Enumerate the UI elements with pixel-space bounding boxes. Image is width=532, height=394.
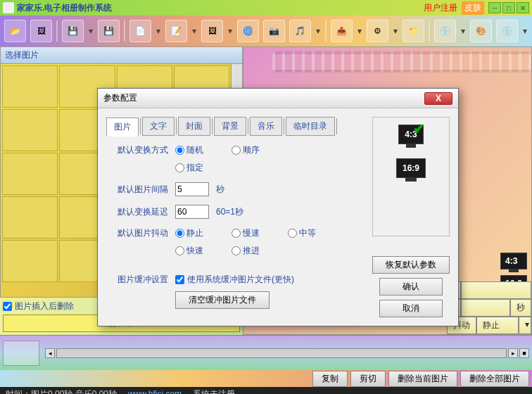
filmstrip [272,51,531,72]
date-value[interactable] [461,281,531,299]
tab-image[interactable]: 图片 [106,117,139,136]
interval-label: 默认图片间隔 [106,184,168,196]
dropdown-arrow-icon[interactable]: ▾ [156,26,161,36]
maximize-button[interactable]: □ [502,2,515,13]
tool-export-icon[interactable]: 📤 [331,20,353,42]
params-dialog: 参数配置 X 图片 文字 封面 背景 音乐 临时目录 默认变换方式 随机 顺序 … [97,88,459,326]
dialog-close-button[interactable]: X [424,92,452,105]
delete-all-button[interactable]: 删除全部图片 [460,371,529,387]
dropdown-arrow-icon[interactable]: ▾ [460,26,466,36]
dropdown-arrow-icon[interactable]: ▾ [227,26,233,36]
ok-button[interactable]: 确认 [379,278,443,296]
status-unregistered: 系统未注册 [193,388,235,395]
tool-image-icon[interactable]: 🖼 [201,20,223,42]
delay-hint: 60=1秒 [216,206,243,218]
tool-album-icon[interactable]: 🖼 [30,20,52,42]
toolbar-separator [56,20,58,42]
radio-slow[interactable]: 慢速 [232,227,260,239]
seconds-label: 秒 [510,299,531,317]
window-title: 家家乐.电子相册制作系统 [17,2,112,14]
scroll-left-icon[interactable]: ◂ [45,348,55,358]
aspect-4-3[interactable]: 4:3 [500,253,527,269]
left-panel-header: 选择图片 [1,47,242,64]
radio-specify[interactable]: 指定 [175,162,203,174]
app-icon [3,2,14,13]
tool-palette-icon[interactable]: 🎨 [470,20,492,42]
timeline-slot[interactable] [3,341,39,366]
tab-tempdir[interactable]: 临时目录 [286,117,335,136]
delay-input[interactable] [175,205,209,219]
title-bar: 家家乐.电子相册制作系统 用户注册 皮肤 ─ □ ✕ [0,0,532,15]
tool-folder-icon[interactable]: 📁 [403,20,424,42]
tool-camera-icon[interactable]: 📷 [263,20,285,42]
tool-saveall-icon[interactable]: 💾 [98,20,120,42]
interval-unit: 秒 [216,184,224,196]
aspect-option-16-9[interactable]: 16:9 [396,158,426,178]
delay-label: 默认变换延迟 [106,206,168,218]
radio-random[interactable]: 随机 [175,144,203,156]
radio-medium[interactable]: 中等 [288,227,316,239]
clear-cache-button[interactable]: 清空缓冲图片文件 [175,291,270,309]
status-bar: 时间：图片0.00秒,音乐0.00秒 www.hfjsj.com 系统未注册 [0,387,532,394]
radio-fast[interactable]: 快速 [175,245,203,257]
tool-effect-icon[interactable]: 🌀 [237,20,259,42]
copy-button[interactable]: 复制 [312,371,348,387]
radio-push[interactable]: 推进 [232,245,260,257]
cancel-button[interactable]: 取消 [379,300,443,317]
toolbar-separator [325,20,327,42]
cache-label: 图片缓冲设置 [106,274,168,286]
tab-music[interactable]: 音乐 [250,117,282,136]
status-url[interactable]: www.hfjsj.com [128,389,182,394]
delay-value[interactable] [461,299,510,317]
tab-cover[interactable]: 封面 [178,117,210,136]
cut-button[interactable]: 剪切 [350,371,386,387]
dropdown-arrow-icon[interactable]: ▾ [315,26,321,36]
checkmark-icon: ✔ [413,120,425,137]
scroll-end-icon[interactable]: ■ [519,348,529,358]
timeline: ◂ ▸ ■ [0,335,532,370]
transmode-label: 默认变换方式 [106,144,168,156]
interval-input[interactable] [175,182,209,196]
shake-label: 默认图片抖动 [106,227,168,239]
tab-background[interactable]: 背景 [214,117,246,136]
minimize-button[interactable]: ─ [488,2,501,13]
close-button[interactable]: ✕ [517,2,529,13]
cache-checkbox[interactable]: 使用系统缓冲图片文件(更快) [175,274,294,286]
tool-music-icon[interactable]: 🎵 [289,20,311,42]
tab-text[interactable]: 文字 [142,117,175,136]
tool-page-icon[interactable]: 📄 [129,20,151,42]
shake-dropdown-icon[interactable]: ▾ [519,317,531,334]
tool-disc-icon[interactable]: 💿 [496,20,518,42]
tool-settings-icon[interactable]: ⚙ [367,20,388,42]
scroll-right-icon[interactable]: ▸ [508,348,518,358]
status-time: 时间：图片0.00秒,音乐0.00秒 [6,388,117,395]
bottom-bar: 复制 剪切 删除当前图片 删除全部图片 [0,370,532,387]
delete-current-button[interactable]: 删除当前图片 [388,371,457,387]
skin-button[interactable]: 皮肤 [462,1,484,15]
toolbar-separator [124,20,125,42]
dialog-titlebar[interactable]: 参数配置 X [98,89,458,108]
tool-save-icon[interactable]: 💾 [62,20,84,42]
register-link[interactable]: 用户注册 [424,2,457,14]
dialog-title: 参数配置 [103,92,137,104]
dropdown-arrow-icon[interactable]: ▾ [88,26,94,36]
shake-value[interactable]: 静止 [476,317,519,334]
restore-defaults-button[interactable]: 恢复默认参数 [372,256,450,274]
dropdown-arrow-icon[interactable]: ▾ [393,26,398,36]
tool-burn-icon[interactable]: 💿 [434,20,456,42]
dropdown-arrow-icon[interactable]: ▾ [357,26,362,36]
radio-still[interactable]: 静止 [175,227,203,239]
tool-open-icon[interactable]: 📂 [4,20,26,42]
tool-text-icon[interactable]: 📝 [165,20,187,42]
h-scrollbar[interactable] [56,348,507,358]
aspect-selector: 4:3 ✔ 16:9 [372,117,450,236]
toolbar: 📂 🖼 💾▾ 💾 📄▾ 📝▾ 🖼▾ 🌀 📷 🎵▾ 📤▾ ⚙▾ 📁 💿▾ 🎨 💿▾ [0,15,532,46]
dialog-tabs: 图片 文字 封面 背景 音乐 临时目录 [106,117,364,136]
radio-sequence[interactable]: 顺序 [232,144,260,156]
toolbar-separator [429,20,430,42]
dropdown-arrow-icon[interactable]: ▾ [191,26,197,36]
dropdown-arrow-icon[interactable]: ▾ [522,26,528,36]
